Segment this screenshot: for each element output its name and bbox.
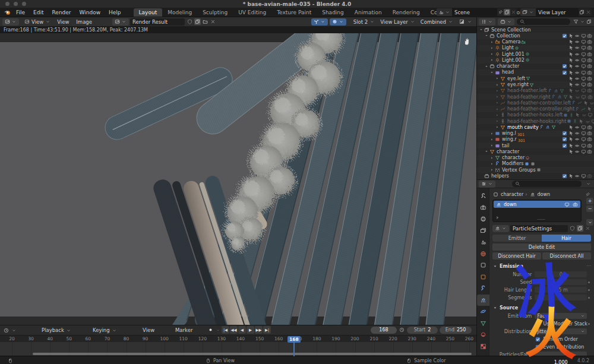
hide-in-viewport-icon[interactable]	[574, 94, 581, 100]
checkbox-checked[interactable]	[535, 336, 541, 343]
menu-file[interactable]: File	[12, 10, 29, 15]
hide-in-viewport-icon[interactable]	[584, 118, 591, 125]
expand-icon[interactable]	[489, 131, 494, 136]
new-view-layer-icon[interactable]	[579, 9, 585, 15]
panel-expand-icon[interactable]	[492, 264, 498, 269]
use-preview-range-icon[interactable]	[399, 327, 405, 333]
properties-tab-box[interactable]	[477, 259, 489, 271]
list-grip[interactable]: ⸺	[537, 217, 545, 222]
properties-tab-box[interactable]	[477, 271, 489, 283]
expand-icon[interactable]	[489, 156, 494, 160]
particle-settings-name[interactable]: ParticleSettings	[510, 225, 568, 232]
expand-icon[interactable]	[495, 100, 500, 105]
expand-icon[interactable]	[489, 40, 494, 45]
selectable-icon[interactable]	[568, 148, 574, 155]
fake-user-icon[interactable]	[569, 225, 576, 232]
outliner-row-head-feather-hooks-right[interactable]: head-feather-hooks.right	[477, 118, 594, 124]
next-keyframe-button[interactable]: ▶▶	[255, 326, 263, 334]
outliner-row-light-002[interactable]: Light.002	[477, 57, 594, 63]
exclude-checkbox[interactable]	[561, 69, 568, 76]
pin-icon[interactable]	[497, 9, 504, 15]
unlink-scene-icon[interactable]	[510, 9, 517, 15]
expand-icon[interactable]	[489, 70, 494, 75]
outliner-row-head[interactable]: head	[477, 69, 594, 75]
checkbox-checked[interactable]	[535, 344, 541, 350]
open-image-icon[interactable]	[202, 18, 208, 25]
dropdown-distribution[interactable]: Jittered	[535, 328, 587, 335]
outliner-row-head-feather-controller-left[interactable]: head-feather-controller.left	[477, 100, 594, 106]
outliner-row-light[interactable]: Light	[477, 45, 594, 51]
tab-sculpting[interactable]: Sculpting	[197, 8, 233, 17]
outliner-editor-button[interactable]	[479, 18, 495, 26]
properties-tab-particles[interactable]	[477, 295, 489, 306]
prev-keyframe-button[interactable]: ◀◀	[230, 326, 238, 334]
menu-view-timeline[interactable]: View	[143, 325, 154, 335]
expand-icon[interactable]	[495, 119, 500, 124]
properties-editor-button[interactable]	[479, 181, 495, 188]
tab-animation[interactable]: Animation	[349, 8, 387, 17]
scene-selector[interactable]: Scene	[437, 8, 517, 16]
unlink-settings-icon[interactable]	[584, 225, 591, 232]
image-name-field[interactable]: Render Result	[130, 18, 185, 26]
start-frame-field[interactable]: Start2	[407, 327, 438, 334]
menu-image[interactable]: Image	[72, 19, 96, 25]
disable-in-viewport-icon[interactable]	[580, 173, 587, 179]
selectable-icon[interactable]	[568, 94, 574, 100]
particle-system-item[interactable]: down	[494, 201, 580, 208]
tab-texture-paint[interactable]: Texture Paint	[271, 8, 317, 17]
outliner-row-collection[interactable]: Collection	[477, 33, 594, 39]
options-chevron-icon[interactable]	[585, 181, 592, 187]
outliner-search-input[interactable]	[517, 18, 570, 25]
expand-icon[interactable]	[495, 76, 500, 81]
viewport-display-icon[interactable]	[564, 201, 570, 208]
image-datablock-button[interactable]	[112, 18, 129, 26]
expand-icon[interactable]	[495, 125, 500, 129]
scene-name[interactable]: Scene	[452, 8, 497, 16]
tab-rendering[interactable]: Rendering	[387, 8, 425, 17]
render-viewport[interactable]	[0, 33, 476, 325]
new-scene-icon[interactable]	[504, 9, 510, 15]
pass-dropdown[interactable]: Combined	[418, 18, 456, 25]
editor-type-button[interactable]	[2, 18, 19, 26]
fake-user-icon[interactable]	[187, 18, 193, 25]
expand-icon[interactable]	[489, 46, 494, 50]
blender-logo-icon[interactable]	[4, 9, 12, 16]
expand-icon[interactable]	[495, 94, 500, 99]
field-segments[interactable]: 2	[535, 295, 587, 301]
properties-search-input[interactable]	[512, 181, 582, 187]
outliner-row-eye-right[interactable]: eye.right	[477, 81, 594, 87]
menu-help[interactable]: Help	[105, 10, 125, 15]
disable-in-render-icon[interactable]	[586, 173, 593, 179]
playhead-label[interactable]: 168	[287, 336, 301, 343]
display-mode-button[interactable]	[498, 18, 514, 26]
timeline-ruler[interactable]: 2030405060708090100110120130140150160170…	[0, 335, 476, 342]
outliner-row-helpers[interactable]: helpers	[477, 173, 594, 179]
tab-modeling[interactable]: Modeling	[162, 8, 197, 17]
particle-systems-list[interactable]: down ⸺	[492, 200, 582, 222]
tab-layout[interactable]: Layout	[134, 8, 163, 17]
tab-shading[interactable]: Shading	[317, 8, 349, 17]
disable-in-viewport-icon[interactable]	[580, 148, 587, 155]
expand-icon[interactable]	[495, 113, 500, 118]
expand-icon[interactable]	[479, 27, 484, 32]
tab-uv-editing[interactable]: UV Editing	[233, 8, 271, 17]
timeline-scrollbar[interactable]	[33, 353, 472, 355]
selectable-icon[interactable]	[568, 173, 574, 179]
outliner-row-mouth-cavity[interactable]: mouth cavity	[477, 124, 594, 130]
outliner-row-vertex-groups[interactable]: Vertex Groups	[477, 167, 594, 173]
selectable-icon[interactable]	[578, 118, 584, 125]
expand-icon[interactable]	[489, 143, 494, 148]
panel-header-emission[interactable]: Emission···	[492, 262, 591, 270]
outliner-row-light-001[interactable]: Light.001	[477, 51, 594, 57]
outliner-row-tail[interactable]: tail	[477, 143, 594, 148]
panel-expand-icon[interactable]	[492, 305, 498, 311]
expand-icon[interactable]	[484, 64, 489, 69]
properties-tab-tool[interactable]	[477, 190, 489, 202]
disconnect-hair-button[interactable]: Disconnect Hair	[492, 252, 541, 259]
properties-tab-world[interactable]	[477, 248, 489, 260]
filter-icon[interactable]	[573, 18, 579, 25]
checkbox-row[interactable]: Random Order	[492, 335, 591, 343]
pin-icon[interactable]	[584, 191, 591, 198]
menu-render[interactable]: Render	[48, 10, 75, 15]
outliner-row-camera[interactable]: Camera	[477, 39, 594, 45]
